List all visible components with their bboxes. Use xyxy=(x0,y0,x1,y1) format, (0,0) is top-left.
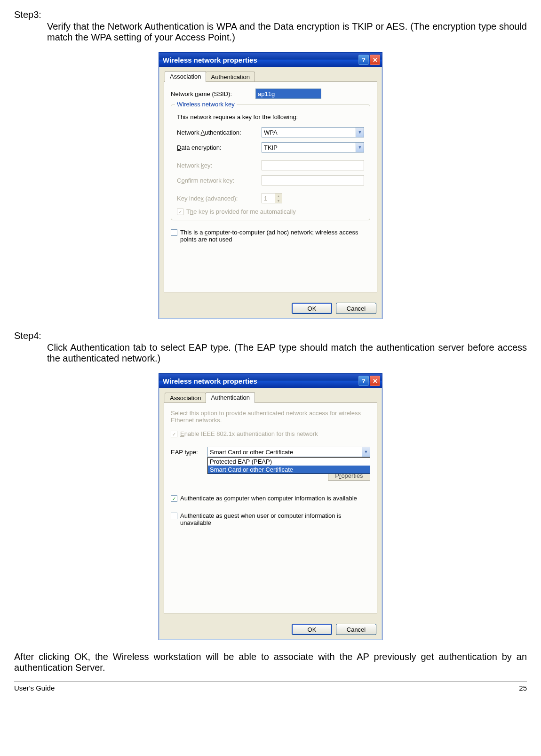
step3-heading: Step3: xyxy=(14,9,527,20)
footer-left: User's Guide xyxy=(14,684,55,692)
close-button[interactable]: ✕ xyxy=(370,376,380,386)
data-encryption-label: Data encryption: xyxy=(177,144,262,151)
chevron-down-icon: ▼ xyxy=(362,447,370,457)
fieldset-legend: Wireless network key xyxy=(175,101,237,108)
auth-as-guest-label: Authenticate as guest when user or compu… xyxy=(180,512,370,526)
auth-as-guest-checkbox[interactable] xyxy=(171,513,177,519)
tab-authentication[interactable]: Authentication xyxy=(206,392,255,403)
network-auth-label: Network Authentication: xyxy=(177,129,262,136)
enable-8021x-checkbox: ✓ xyxy=(171,431,177,437)
data-encryption-select[interactable]: TKIP ▼ xyxy=(262,142,364,153)
auto-key-checkbox: ✓ xyxy=(177,209,183,215)
step4-heading: Step4: xyxy=(14,330,527,341)
confirm-key-label: Confirm network key: xyxy=(177,177,262,184)
outro-text: After clicking OK, the Wireless workstat… xyxy=(14,651,527,673)
ssid-label: Network name (SSID): xyxy=(171,90,255,97)
help-button[interactable]: ? xyxy=(358,376,369,386)
ok-button[interactable]: OK xyxy=(292,303,332,314)
adhoc-label: This is a computer-to-computer (ad hoc) … xyxy=(180,229,370,243)
help-button[interactable]: ? xyxy=(358,55,369,65)
titlebar: Wireless network properties ? ✕ xyxy=(159,374,382,388)
confirm-key-input xyxy=(262,175,364,185)
ssid-input[interactable]: ap11g xyxy=(255,88,321,99)
wireless-key-fieldset: Wireless network key This network requir… xyxy=(171,105,370,220)
requires-key-text: This network requires a key for the foll… xyxy=(177,113,364,121)
network-auth-select[interactable]: WPA ▼ xyxy=(262,127,364,137)
data-encryption-value: TKIP xyxy=(262,142,356,153)
eap-type-dropdown[interactable]: Protected EAP (PEAP) Smart Card or other… xyxy=(207,457,370,474)
auth-as-guest-row[interactable]: Authenticate as guest when user or compu… xyxy=(171,512,370,526)
auth-as-computer-label: Authenticate as computer when computer i… xyxy=(180,495,357,502)
key-index-label: Key index (advanced): xyxy=(177,195,262,202)
network-key-label: Network key: xyxy=(177,162,262,169)
arrow-down-icon: ▼ xyxy=(275,198,282,203)
close-button[interactable]: ✕ xyxy=(370,55,380,65)
dialog-title: Wireless network properties xyxy=(163,377,257,385)
step3-text: Verify that the Network Authentication i… xyxy=(47,21,527,43)
eap-type-value: Smart Card or other Certificate xyxy=(207,447,362,457)
auth-info-text: Select this option to provide authentica… xyxy=(171,410,370,424)
tab-association[interactable]: Association xyxy=(165,71,206,82)
eap-type-select[interactable]: Smart Card or other Certificate ▼ xyxy=(207,447,370,457)
step4-text: Click Authentication tab to select EAP t… xyxy=(47,342,527,364)
ok-button[interactable]: OK xyxy=(292,624,332,635)
arrow-up-icon: ▲ xyxy=(275,193,282,198)
cancel-button[interactable]: Cancel xyxy=(336,624,376,635)
tab-association[interactable]: Association xyxy=(165,393,206,403)
eap-option-peap[interactable]: Protected EAP (PEAP) xyxy=(208,458,370,466)
auth-as-computer-checkbox[interactable]: ✓ xyxy=(171,495,177,502)
chevron-down-icon: ▼ xyxy=(356,127,364,137)
key-index-value: 1 xyxy=(262,193,275,203)
cancel-button[interactable]: Cancel xyxy=(336,303,376,314)
adhoc-checkbox-row[interactable]: This is a computer-to-computer (ad hoc) … xyxy=(171,229,370,243)
titlebar: Wireless network properties ? ✕ xyxy=(159,53,382,67)
adhoc-checkbox[interactable] xyxy=(171,229,177,236)
chevron-down-icon: ▼ xyxy=(356,142,364,153)
dialog-wireless-properties-assoc: Wireless network properties ? ✕ Associat… xyxy=(159,52,382,319)
key-index-spinner: 1 ▲▼ xyxy=(262,193,282,203)
eap-type-label: EAP type: xyxy=(171,449,204,456)
page-number: 25 xyxy=(519,684,527,692)
eap-option-smartcard[interactable]: Smart Card or other Certificate xyxy=(208,466,370,474)
enable-8021x-row: ✓ Enable IEEE 802.1x authentication for … xyxy=(171,430,370,437)
auto-key-checkbox-row: ✓ The key is provided for me automatical… xyxy=(177,208,364,215)
network-auth-value: WPA xyxy=(262,127,356,137)
dialog-wireless-properties-auth: Wireless network properties ? ✕ Associat… xyxy=(159,373,382,640)
network-key-input xyxy=(262,160,364,170)
tab-authentication[interactable]: Authentication xyxy=(206,72,255,82)
dialog-title: Wireless network properties xyxy=(163,56,257,64)
auth-as-computer-row[interactable]: ✓ Authenticate as computer when computer… xyxy=(171,495,370,502)
